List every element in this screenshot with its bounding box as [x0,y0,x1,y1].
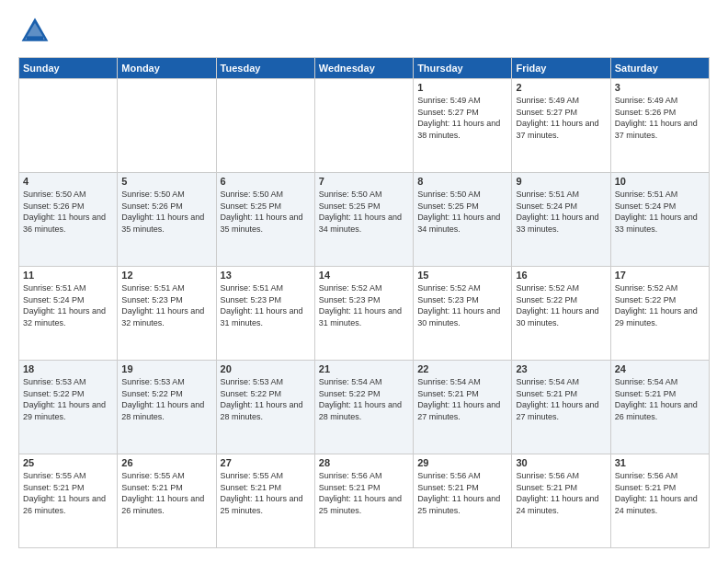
day-cell-5: 5Sunrise: 5:50 AMSunset: 5:26 PMDaylight… [118,173,216,267]
logo-icon [18,15,51,48]
day-number: 24 [615,363,705,374]
week-row-5: 25Sunrise: 5:55 AMSunset: 5:21 PMDayligh… [19,454,710,548]
day-cell-18: 18Sunrise: 5:53 AMSunset: 5:22 PMDayligh… [19,361,118,454]
day-info: Sunrise: 5:52 AMSunset: 5:22 PMDaylight:… [516,282,606,328]
day-number: 23 [516,363,606,374]
day-cell-19: 19Sunrise: 5:53 AMSunset: 5:22 PMDayligh… [118,361,216,454]
day-cell-12: 12Sunrise: 5:51 AMSunset: 5:23 PMDayligh… [118,267,216,361]
day-info: Sunrise: 5:49 AMSunset: 5:26 PMDaylight:… [615,95,705,141]
page: SundayMondayTuesdayWednesdayThursdayFrid… [0,0,728,563]
day-info: Sunrise: 5:49 AMSunset: 5:27 PMDaylight:… [516,95,606,141]
day-info: Sunrise: 5:55 AMSunset: 5:21 PMDaylight:… [221,470,311,516]
day-info: Sunrise: 5:51 AMSunset: 5:24 PMDaylight:… [516,189,606,235]
day-number: 10 [615,176,705,187]
day-number: 29 [417,457,507,468]
day-cell-2: 2Sunrise: 5:49 AMSunset: 5:27 PMDaylight… [512,79,610,173]
day-info: Sunrise: 5:54 AMSunset: 5:21 PMDaylight:… [516,376,606,422]
day-cell-empty [19,79,118,173]
day-number: 1 [417,82,507,93]
day-info: Sunrise: 5:52 AMSunset: 5:22 PMDaylight:… [615,282,705,328]
week-row-1: 1Sunrise: 5:49 AMSunset: 5:27 PMDaylight… [19,79,710,173]
day-info: Sunrise: 5:50 AMSunset: 5:26 PMDaylight:… [121,189,211,235]
day-info: Sunrise: 5:54 AMSunset: 5:21 PMDaylight:… [615,376,705,422]
day-cell-29: 29Sunrise: 5:56 AMSunset: 5:21 PMDayligh… [414,454,512,548]
day-cell-4: 4Sunrise: 5:50 AMSunset: 5:26 PMDaylight… [19,173,118,267]
day-number: 17 [615,270,705,281]
day-cell-empty [314,79,413,173]
day-info: Sunrise: 5:56 AMSunset: 5:21 PMDaylight:… [417,470,507,516]
day-number: 22 [417,363,507,374]
day-info: Sunrise: 5:52 AMSunset: 5:23 PMDaylight:… [319,282,409,328]
week-row-4: 18Sunrise: 5:53 AMSunset: 5:22 PMDayligh… [19,361,710,454]
day-number: 11 [23,270,113,281]
day-cell-6: 6Sunrise: 5:50 AMSunset: 5:25 PMDaylight… [216,173,314,267]
day-info: Sunrise: 5:56 AMSunset: 5:21 PMDaylight:… [615,470,705,516]
day-number: 8 [417,176,507,187]
day-number: 4 [23,176,113,187]
day-number: 5 [121,176,211,187]
day-number: 13 [221,270,311,281]
week-row-3: 11Sunrise: 5:51 AMSunset: 5:24 PMDayligh… [19,267,710,361]
day-number: 31 [615,457,705,468]
calendar-table: SundayMondayTuesdayWednesdayThursdayFrid… [18,57,710,548]
day-number: 26 [121,457,211,468]
day-cell-24: 24Sunrise: 5:54 AMSunset: 5:21 PMDayligh… [610,361,709,454]
day-cell-8: 8Sunrise: 5:50 AMSunset: 5:25 PMDaylight… [414,173,512,267]
day-cell-25: 25Sunrise: 5:55 AMSunset: 5:21 PMDayligh… [19,454,118,548]
day-cell-10: 10Sunrise: 5:51 AMSunset: 5:24 PMDayligh… [610,173,709,267]
day-info: Sunrise: 5:53 AMSunset: 5:22 PMDaylight:… [221,376,311,422]
day-cell-empty [118,79,216,173]
day-info: Sunrise: 5:50 AMSunset: 5:25 PMDaylight:… [319,189,409,235]
day-info: Sunrise: 5:54 AMSunset: 5:22 PMDaylight:… [319,376,409,422]
day-cell-15: 15Sunrise: 5:52 AMSunset: 5:23 PMDayligh… [414,267,512,361]
day-number: 16 [516,270,606,281]
day-number: 3 [615,82,705,93]
day-number: 18 [23,363,113,374]
day-info: Sunrise: 5:52 AMSunset: 5:23 PMDaylight:… [417,282,507,328]
day-number: 19 [121,363,211,374]
day-number: 20 [221,363,311,374]
day-cell-13: 13Sunrise: 5:51 AMSunset: 5:23 PMDayligh… [216,267,314,361]
day-number: 14 [319,270,409,281]
day-cell-11: 11Sunrise: 5:51 AMSunset: 5:24 PMDayligh… [19,267,118,361]
day-cell-27: 27Sunrise: 5:55 AMSunset: 5:21 PMDayligh… [216,454,314,548]
logo [18,15,57,48]
weekday-header-row: SundayMondayTuesdayWednesdayThursdayFrid… [19,58,710,79]
weekday-thursday: Thursday [414,58,512,79]
day-number: 30 [516,457,606,468]
day-number: 15 [417,270,507,281]
day-number: 7 [319,176,409,187]
svg-rect-2 [27,36,43,40]
weekday-monday: Monday [118,58,216,79]
day-info: Sunrise: 5:51 AMSunset: 5:24 PMDaylight:… [23,282,113,328]
day-info: Sunrise: 5:51 AMSunset: 5:23 PMDaylight:… [121,282,211,328]
day-cell-31: 31Sunrise: 5:56 AMSunset: 5:21 PMDayligh… [610,454,709,548]
day-cell-1: 1Sunrise: 5:49 AMSunset: 5:27 PMDaylight… [414,79,512,173]
day-info: Sunrise: 5:53 AMSunset: 5:22 PMDaylight:… [121,376,211,422]
week-row-2: 4Sunrise: 5:50 AMSunset: 5:26 PMDaylight… [19,173,710,267]
day-cell-23: 23Sunrise: 5:54 AMSunset: 5:21 PMDayligh… [512,361,610,454]
day-cell-30: 30Sunrise: 5:56 AMSunset: 5:21 PMDayligh… [512,454,610,548]
day-number: 28 [319,457,409,468]
day-number: 6 [221,176,311,187]
day-info: Sunrise: 5:50 AMSunset: 5:25 PMDaylight:… [417,189,507,235]
header [18,15,710,48]
weekday-saturday: Saturday [610,58,709,79]
day-cell-7: 7Sunrise: 5:50 AMSunset: 5:25 PMDaylight… [314,173,413,267]
weekday-wednesday: Wednesday [314,58,413,79]
day-info: Sunrise: 5:51 AMSunset: 5:23 PMDaylight:… [221,282,311,328]
day-cell-empty [216,79,314,173]
day-info: Sunrise: 5:50 AMSunset: 5:25 PMDaylight:… [221,189,311,235]
day-info: Sunrise: 5:54 AMSunset: 5:21 PMDaylight:… [417,376,507,422]
day-cell-26: 26Sunrise: 5:55 AMSunset: 5:21 PMDayligh… [118,454,216,548]
day-info: Sunrise: 5:53 AMSunset: 5:22 PMDaylight:… [23,376,113,422]
weekday-tuesday: Tuesday [216,58,314,79]
day-cell-28: 28Sunrise: 5:56 AMSunset: 5:21 PMDayligh… [314,454,413,548]
day-number: 27 [221,457,311,468]
weekday-sunday: Sunday [19,58,118,79]
day-number: 12 [121,270,211,281]
day-info: Sunrise: 5:50 AMSunset: 5:26 PMDaylight:… [23,189,113,235]
day-number: 25 [23,457,113,468]
day-info: Sunrise: 5:55 AMSunset: 5:21 PMDaylight:… [121,470,211,516]
day-number: 9 [516,176,606,187]
